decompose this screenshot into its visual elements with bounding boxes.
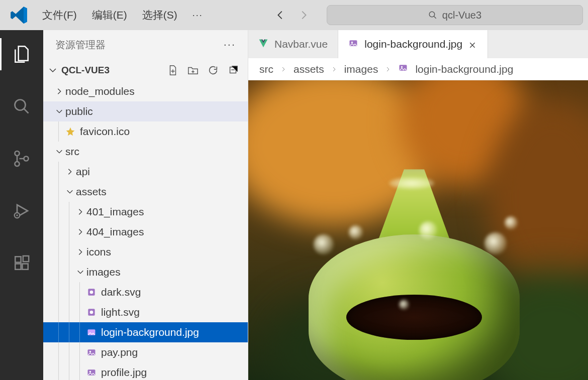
svg-point-13 (90, 291, 93, 294)
breadcrumb-item[interactable]: images (344, 63, 378, 75)
tree-label: profile.jpg (101, 366, 147, 378)
tab-login-background[interactable]: login-background.jpg (338, 30, 488, 58)
vscode-logo-icon (10, 6, 28, 24)
tree-folder-assets[interactable]: assets (43, 182, 248, 202)
tree-folder-api[interactable]: api (43, 162, 248, 182)
image-preview[interactable] (248, 80, 588, 380)
svg-point-4 (24, 157, 29, 161)
activity-bar (0, 30, 43, 380)
tree-file-profile-jpg[interactable]: profile.jpg (43, 362, 248, 380)
svg-point-25 (401, 66, 403, 68)
activity-extensions[interactable] (0, 247, 43, 279)
tree-folder-404-images[interactable]: 404_images (43, 222, 248, 242)
tree-folder-src[interactable]: src (43, 142, 248, 162)
favicon-icon (64, 126, 77, 137)
menu-more-icon[interactable]: ··· (186, 8, 209, 23)
file-tree: node_modules public favicon.ico src (43, 81, 248, 380)
svg-point-6 (16, 214, 18, 216)
svg-rect-7 (15, 257, 21, 262)
chevron-right-icon (53, 87, 65, 95)
collapse-all-icon[interactable] (228, 65, 239, 76)
breadcrumb[interactable]: src assets images login-background.jpg (248, 58, 588, 80)
tree-folder-images[interactable]: images (43, 262, 248, 282)
new-file-icon[interactable] (167, 65, 178, 76)
chevron-down-icon (53, 148, 65, 156)
chevron-right-icon (74, 228, 86, 236)
svg-point-23 (351, 41, 353, 43)
chevron-right-icon (74, 208, 86, 216)
svg-rect-10 (23, 256, 29, 262)
activity-source-control[interactable] (0, 143, 43, 175)
vue-file-icon (258, 38, 268, 51)
svg-point-17 (89, 331, 91, 332)
svg-file-icon (85, 287, 98, 297)
project-header[interactable]: QCL-VUE3 (43, 59, 248, 81)
tree-label: pay.png (101, 346, 138, 358)
image-file-icon (85, 327, 98, 337)
chevron-down-icon (53, 107, 65, 115)
chevron-right-icon (331, 66, 337, 72)
tree-file-favicon[interactable]: favicon.ico (43, 121, 248, 142)
tree-label: assets (76, 186, 107, 198)
image-file-icon (85, 347, 98, 357)
tree-label: login-background.jpg (101, 326, 199, 338)
tree-label: icons (86, 246, 111, 258)
debug-icon (13, 202, 31, 220)
svg-point-3 (15, 162, 20, 166)
chevron-right-icon (64, 168, 76, 176)
svg-point-21 (89, 371, 91, 372)
tree-folder-401-images[interactable]: 401_images (43, 202, 248, 222)
activity-explorer[interactable] (0, 38, 43, 70)
svg-file-icon (85, 307, 98, 317)
activity-search[interactable] (0, 90, 43, 122)
files-icon (12, 45, 31, 64)
tree-folder-node-modules[interactable]: node_modules (43, 81, 248, 101)
breadcrumb-item[interactable]: login-background.jpg (415, 63, 513, 75)
tab-navbar-vue[interactable]: Navbar.vue (248, 30, 338, 58)
activity-debug[interactable] (0, 195, 43, 227)
title-bar: 文件(F) 编辑(E) 选择(S) ··· qcl-Vue3 (0, 0, 588, 30)
command-center-search[interactable]: qcl-Vue3 (327, 5, 583, 25)
sidebar-more-icon[interactable]: ··· (224, 38, 236, 51)
search-icon (13, 97, 31, 115)
svg-rect-9 (22, 264, 28, 269)
menu-edit[interactable]: 编辑(E) (86, 4, 133, 26)
image-file-icon (398, 63, 408, 75)
svg-point-2 (15, 151, 20, 156)
extensions-icon (13, 255, 30, 272)
tree-label: 401_images (86, 206, 144, 218)
image-file-icon (85, 367, 98, 377)
tree-file-login-background[interactable]: login-background.jpg (43, 322, 248, 342)
tree-folder-icons[interactable]: icons (43, 242, 248, 262)
breadcrumb-item[interactable]: assets (293, 63, 324, 75)
tab-label: login-background.jpg (364, 38, 462, 50)
tree-label: api (76, 166, 90, 178)
chevron-right-icon (280, 66, 286, 72)
svg-point-19 (89, 351, 91, 352)
tree-label: src (65, 146, 79, 158)
chevron-down-icon (74, 268, 86, 276)
nav-forward-icon[interactable] (293, 5, 314, 25)
chevron-right-icon (385, 66, 391, 72)
tree-label: images (86, 266, 121, 278)
svg-point-0 (429, 12, 435, 17)
svg-point-15 (90, 311, 93, 314)
image-file-icon (348, 38, 358, 51)
tree-file-dark-svg[interactable]: dark.svg (43, 282, 248, 302)
tree-label: favicon.ico (80, 125, 130, 138)
tree-label: dark.svg (101, 286, 141, 298)
refresh-icon[interactable] (208, 65, 219, 76)
new-folder-icon[interactable] (187, 65, 199, 76)
svg-point-1 (15, 100, 26, 110)
menu-select[interactable]: 选择(S) (136, 4, 183, 26)
close-icon[interactable] (468, 40, 477, 49)
menu-file[interactable]: 文件(F) (36, 4, 83, 26)
tree-file-pay-png[interactable]: pay.png (43, 342, 248, 362)
breadcrumb-item[interactable]: src (259, 63, 273, 75)
tree-file-light-svg[interactable]: light.svg (43, 302, 248, 322)
nav-back-icon[interactable] (270, 5, 290, 25)
editor-area: Navbar.vue login-background.jpg src asse… (248, 30, 588, 380)
source-control-icon (13, 150, 31, 168)
explorer-sidebar: 资源管理器 ··· QCL-VUE3 node_modules (43, 30, 248, 380)
tree-folder-public[interactable]: public (43, 101, 248, 121)
